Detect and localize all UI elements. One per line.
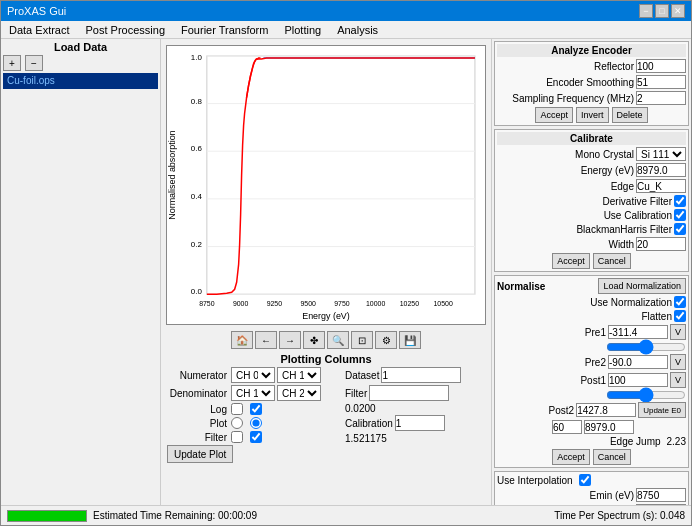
svg-text:0.4: 0.4 [191, 192, 203, 201]
use-calibration-checkbox[interactable] [674, 209, 686, 221]
invert-btn[interactable]: Invert [576, 107, 609, 123]
plot-radio1[interactable] [231, 417, 243, 429]
edge-input[interactable] [636, 179, 686, 193]
calibration-label: Calibration [345, 418, 393, 429]
use-interp-checkbox[interactable] [579, 474, 591, 486]
pre2-val[interactable] [608, 355, 668, 369]
dataset-input[interactable] [381, 367, 461, 383]
pre2-v-btn[interactable]: V [670, 354, 686, 370]
svg-text:10250: 10250 [400, 300, 419, 307]
numerator-sel1[interactable]: CH 0CH 1CH 2 [231, 367, 275, 383]
post1-v-btn[interactable]: V [670, 372, 686, 388]
mono-crystal-label: Mono Crystal [497, 149, 634, 160]
mono-crystal-select[interactable]: Si 111 [636, 147, 686, 161]
post1-slider[interactable] [606, 390, 686, 400]
reflector-row: Reflector [497, 59, 686, 73]
encoder-smooth-input[interactable] [636, 75, 686, 89]
menu-bar: Data Extract Post Processing Fourier Tra… [1, 21, 691, 39]
load-norm-btn[interactable]: Load Normalization [598, 278, 686, 294]
post2-row: Post2 Update E0 [497, 402, 686, 418]
menu-fourier-transform[interactable]: Fourier Transform [177, 24, 272, 36]
left-panel: Load Data + − Cu-foil.ops [1, 39, 161, 505]
derivative-filter-checkbox[interactable] [674, 195, 686, 207]
filter-label: Filter [167, 432, 227, 443]
svg-text:0.6: 0.6 [191, 144, 203, 153]
estimated-time-label: Estimated Time Remaining: 00:00:09 [93, 510, 257, 521]
filter-num-input[interactable] [369, 385, 449, 401]
sampling-freq-label: Sampling Frequency (MHz) [497, 93, 634, 104]
calibration-input[interactable] [395, 415, 445, 431]
norm-cancel-btn[interactable]: Cancel [593, 449, 631, 465]
zoom-box-btn[interactable]: ⊡ [351, 331, 373, 349]
cal-cancel-btn[interactable]: Cancel [593, 253, 631, 269]
denominator-sel1[interactable]: CH 1CH 0CH 2 [231, 385, 275, 401]
reflector-input[interactable] [636, 59, 686, 73]
pre1-slider[interactable] [606, 342, 686, 352]
svg-text:9000: 9000 [233, 300, 249, 307]
save-plot-btn[interactable]: 💾 [399, 331, 421, 349]
chart-toolbar: 🏠 ← → ✤ 🔍 ⊡ ⚙ 💾 [231, 331, 421, 349]
file-list-item[interactable]: Cu-foil.ops [3, 73, 158, 89]
update-e0-btn[interactable]: Update E0 [638, 402, 686, 418]
cal-accept-btn[interactable]: Accept [552, 253, 590, 269]
menu-data-extract[interactable]: Data Extract [5, 24, 74, 36]
pre1-val[interactable] [608, 325, 668, 339]
denominator-row: Denominator CH 1CH 0CH 2 CH 2CH 0CH 1 [167, 385, 337, 401]
pre1-v-btn[interactable]: V [670, 324, 686, 340]
blackman-checkbox[interactable] [674, 223, 686, 235]
back-btn[interactable]: ← [255, 331, 277, 349]
width-input[interactable] [636, 237, 686, 251]
numerator-sel2[interactable]: CH 1CH 0CH 2 [277, 367, 321, 383]
post2-val3[interactable] [584, 420, 634, 434]
main-content: Load Data + − Cu-foil.ops 0.0 0.2 0.4 0.… [1, 39, 691, 505]
pre1-label: Pre1 [497, 327, 606, 338]
post1-val[interactable] [608, 373, 668, 387]
plotting-title: Plotting Columns [167, 353, 485, 365]
settings-btn[interactable]: ⚙ [375, 331, 397, 349]
zoom-in-btn[interactable]: 🔍 [327, 331, 349, 349]
menu-post-processing[interactable]: Post Processing [82, 24, 169, 36]
log-checkbox2[interactable] [250, 403, 262, 415]
post2-val[interactable] [576, 403, 636, 417]
filter-num-row: Filter [345, 385, 485, 401]
remove-file-btn[interactable]: − [25, 55, 43, 71]
close-btn[interactable]: ✕ [671, 4, 685, 18]
home-btn[interactable]: 🏠 [231, 331, 253, 349]
load-data-bar: + − [3, 55, 158, 71]
use-norm-checkbox[interactable] [674, 296, 686, 308]
emin-label: Emin (eV) [497, 490, 634, 501]
denominator-sel2[interactable]: CH 2CH 0CH 1 [277, 385, 321, 401]
delete-btn[interactable]: Delete [612, 107, 648, 123]
norm-accept-btn[interactable]: Accept [552, 449, 590, 465]
pre1-slider-row [497, 342, 686, 352]
log-checkbox[interactable] [231, 403, 243, 415]
update-plot-btn[interactable]: Update Plot [167, 445, 233, 463]
add-file-btn[interactable]: + [3, 55, 21, 71]
svg-text:9750: 9750 [334, 300, 350, 307]
use-norm-label: Use Normalization [497, 297, 672, 308]
normalise-section: Normalise Load Normalization Use Normali… [494, 275, 689, 468]
flatten-label: Flatten [497, 311, 672, 322]
post2-val2[interactable] [552, 420, 582, 434]
post1-slider-row [497, 390, 686, 400]
menu-analysis[interactable]: Analysis [333, 24, 382, 36]
analyze-btn-row: Accept Invert Delete [497, 107, 686, 123]
sampling-freq-input[interactable] [636, 91, 686, 105]
filter-checkbox[interactable] [231, 431, 243, 443]
emin-input[interactable] [636, 488, 686, 502]
cal-energy-input[interactable] [636, 163, 686, 177]
minimize-btn[interactable]: − [639, 4, 653, 18]
flatten-checkbox[interactable] [674, 310, 686, 322]
maximize-btn[interactable]: □ [655, 4, 669, 18]
menu-plotting[interactable]: Plotting [280, 24, 325, 36]
dataset-row: Dataset [345, 367, 485, 383]
accept-btn[interactable]: Accept [535, 107, 573, 123]
forward-btn[interactable]: → [279, 331, 301, 349]
chart-svg: 0.0 0.2 0.4 0.6 0.8 1.0 8750 9000 9250 9… [167, 46, 485, 324]
plot-radio2[interactable] [250, 417, 262, 429]
pan-btn[interactable]: ✤ [303, 331, 325, 349]
edge-label: Edge [497, 181, 634, 192]
filter-checkbox2[interactable] [250, 431, 262, 443]
chart-area: 0.0 0.2 0.4 0.6 0.8 1.0 8750 9000 9250 9… [166, 45, 486, 325]
post1-label: Post1 [497, 375, 606, 386]
